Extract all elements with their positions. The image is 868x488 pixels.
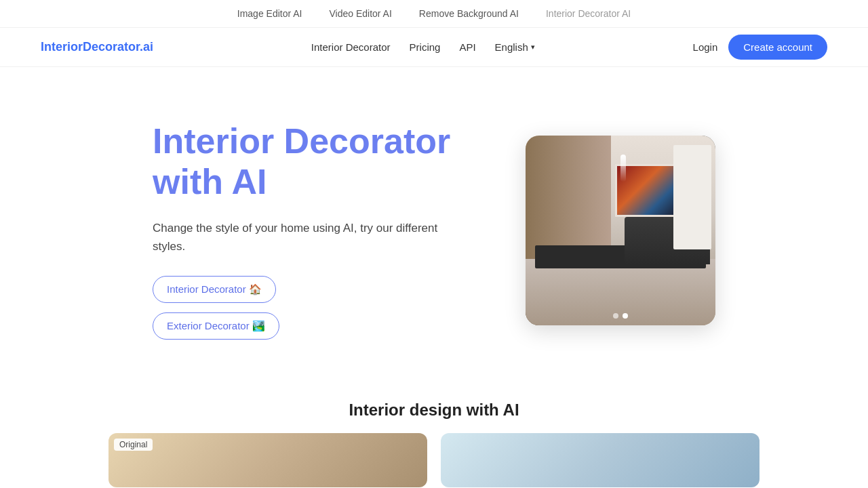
preview-original-card: Original	[108, 433, 427, 487]
room-light	[620, 155, 626, 182]
main-nav: InteriorDecorator.ai Interior Decorator …	[0, 28, 868, 67]
hero-section: Interior Decorator with AI Change the st…	[0, 67, 868, 380]
nav-pricing[interactable]: Pricing	[410, 41, 441, 53]
preview-result-card	[441, 433, 760, 487]
topbar-link-remove-bg[interactable]: Remove Background AI	[419, 8, 519, 19]
logo[interactable]: InteriorDecorator.ai	[41, 40, 153, 54]
hero-image-carousel	[526, 136, 715, 325]
topbar-link-image-editor[interactable]: Image Editor AI	[237, 8, 302, 19]
nav-language-dropdown[interactable]: English	[495, 41, 535, 53]
nav-interior-decorator[interactable]: Interior Decorator	[311, 41, 391, 53]
carousel-dots	[613, 313, 628, 319]
top-bar: Image Editor AI Video Editor AI Remove B…	[0, 0, 868, 28]
login-button[interactable]: Login	[693, 41, 718, 53]
hero-subtitle: Change the style of your home using AI, …	[153, 219, 458, 256]
exterior-decorator-button[interactable]: Exterior Decorator 🏞️	[153, 312, 279, 340]
nav-links: Interior Decorator Pricing API English	[311, 41, 535, 53]
original-badge: Original	[114, 439, 153, 451]
hero-buttons: Interior Decorator 🏠 Exterior Decorator …	[153, 276, 458, 340]
section-title-wrap: Interior design with AI	[0, 380, 868, 433]
carousel-dot-2[interactable]	[623, 313, 628, 319]
bottom-preview: Original	[0, 433, 868, 487]
hero-text: Interior Decorator with AI Change the st…	[153, 121, 458, 340]
hero-room-image	[526, 136, 715, 325]
topbar-link-video-editor[interactable]: Video Editor AI	[329, 8, 391, 19]
carousel-dot-1[interactable]	[613, 313, 618, 319]
nav-api[interactable]: API	[459, 41, 475, 53]
room-bookshelf	[673, 145, 711, 249]
interior-decorator-button[interactable]: Interior Decorator 🏠	[153, 276, 276, 303]
hero-title: Interior Decorator with AI	[153, 121, 458, 203]
section-title: Interior design with AI	[0, 401, 868, 420]
nav-right: Login Create account	[693, 35, 827, 60]
create-account-button[interactable]: Create account	[728, 35, 827, 60]
topbar-link-interior-decorator[interactable]: Interior Decorator AI	[546, 8, 631, 19]
